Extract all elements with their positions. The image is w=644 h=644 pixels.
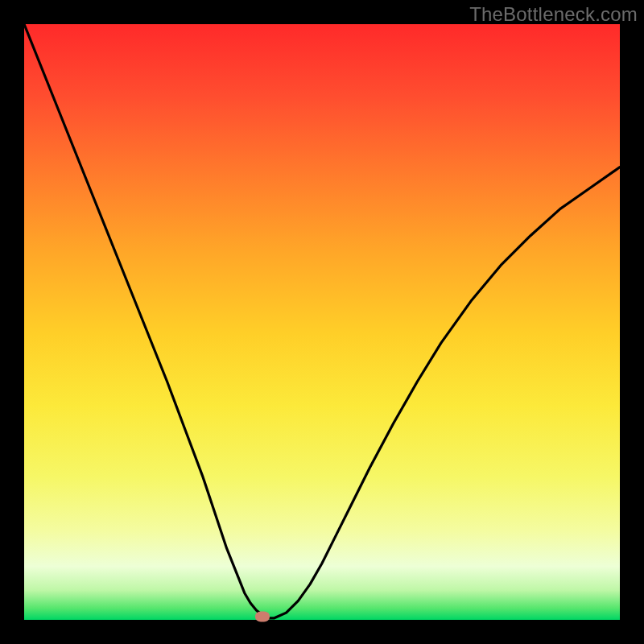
plot-area	[24, 24, 620, 620]
optimal-point-marker	[255, 612, 270, 622]
chart-stage: TheBottleneck.com	[0, 0, 644, 644]
watermark-label: TheBottleneck.com	[469, 3, 638, 26]
bottleneck-curve	[24, 24, 620, 620]
